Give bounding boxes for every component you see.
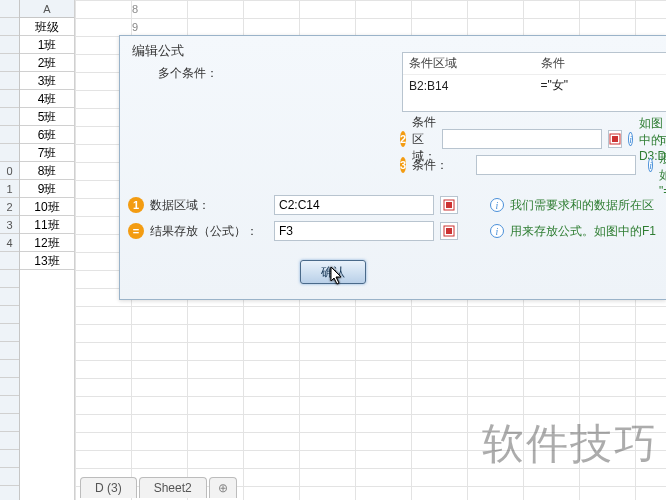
sheet-tab[interactable]: Sheet2 (139, 477, 207, 498)
svg-rect-5 (446, 228, 452, 234)
badge-eq-icon: = (128, 223, 144, 239)
data-cell[interactable]: 1班 (20, 36, 74, 54)
data-cell[interactable]: 2班 (20, 54, 74, 72)
hint-cond: 可输入形式如">15" "= (659, 133, 666, 198)
data-cell[interactable]: 8班 (20, 162, 74, 180)
info-icon[interactable]: i (490, 198, 504, 212)
info-icon[interactable]: i (490, 224, 504, 238)
data-cell[interactable]: 4班 (20, 90, 74, 108)
info-icon[interactable]: i (648, 158, 653, 172)
svg-rect-3 (446, 202, 452, 208)
data-cell[interactable]: 5班 (20, 108, 74, 126)
badge-3-icon: 3 (400, 157, 406, 173)
svg-rect-1 (612, 136, 618, 142)
sheet-tabs: D (3) Sheet2 ⊕ (80, 476, 237, 498)
cond-input[interactable] (476, 155, 636, 175)
data-cell[interactable]: 13班 (20, 252, 74, 270)
cond-area-input[interactable] (442, 129, 602, 149)
header-cell[interactable]: 班级 (20, 18, 74, 36)
result-input[interactable] (274, 221, 434, 241)
list-col-area: 条件区域 (403, 53, 535, 75)
range-picker-button[interactable] (608, 130, 622, 148)
data-cell[interactable]: 11班 (20, 216, 74, 234)
list-col-cond: 条件 (535, 53, 667, 75)
data-cell[interactable]: 12班 (20, 234, 74, 252)
add-sheet-button[interactable]: ⊕ (209, 477, 237, 498)
hint-data-area: 我们需要求和的数据所在区 (510, 197, 654, 214)
cursor-icon (330, 266, 344, 286)
info-icon[interactable]: i (628, 132, 633, 146)
sheet-tab[interactable]: D (3) (80, 477, 137, 498)
badge-1-icon: 1 (128, 197, 144, 213)
badge-2-icon: 2 (400, 131, 406, 147)
lbl-data-area: 数据区域： (150, 197, 268, 214)
lbl-cond: 条件： (412, 157, 470, 174)
list-row[interactable]: B2:B14 ="女" (403, 75, 666, 97)
data-area-input[interactable] (274, 195, 434, 215)
range-picker-button[interactable] (440, 196, 458, 214)
data-cell[interactable]: 3班 (20, 72, 74, 90)
range-picker-button[interactable] (440, 222, 458, 240)
data-cell[interactable]: 10班 (20, 198, 74, 216)
data-cell[interactable]: 7班 (20, 144, 74, 162)
hint-result: 用来存放公式。如图中的F1 (510, 223, 656, 240)
lbl-result: 结果存放（公式）： (150, 223, 268, 240)
formula-dialog: 编辑公式 多个条件： 条件区域 条件 B2:B14 ="女" 2 条件区域： i… (119, 35, 666, 300)
column-a: A 班级 1班 2班 3班 4班 5班 6班 7班 8班 9班 10班 11班 … (20, 0, 75, 500)
data-cell[interactable]: 6班 (20, 126, 74, 144)
row-headers: 01234 (0, 0, 20, 500)
data-cell[interactable]: 9班 (20, 180, 74, 198)
conditions-listbox[interactable]: 条件区域 条件 B2:B14 ="女" (402, 52, 666, 112)
col-a-header[interactable]: A (20, 0, 74, 18)
